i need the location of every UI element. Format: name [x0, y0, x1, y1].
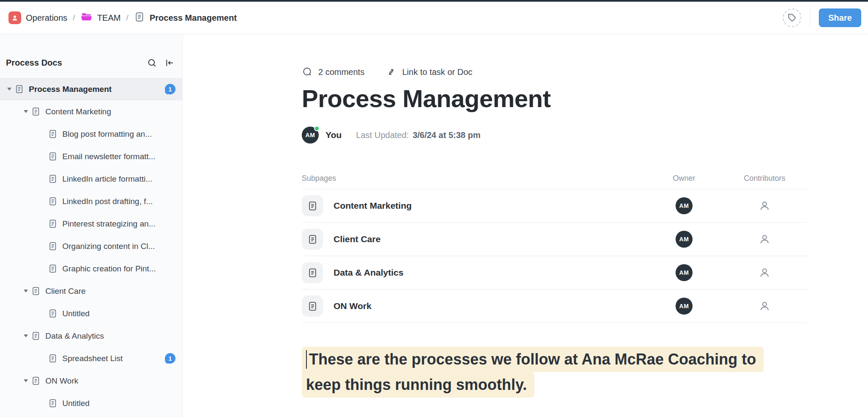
page-title[interactable]: Process Management: [302, 84, 807, 113]
doc-icon: [31, 331, 41, 341]
doc-icon: [48, 241, 58, 251]
doc-icon: [48, 196, 58, 206]
caret-down-icon[interactable]: [22, 110, 30, 113]
doc-icon: [48, 264, 58, 273]
sidebar-doc-item[interactable]: Graphic creation for Pint...: [0, 257, 182, 280]
doc-item-label: ON Work: [45, 376, 78, 386]
link-arrows-icon: [386, 66, 397, 77]
sidebar-doc-item[interactable]: Untitled: [0, 302, 182, 325]
doc-item-label: Untitled: [62, 309, 89, 318]
sidebar-doc-item[interactable]: Blog post formatting an...: [0, 123, 182, 145]
doc-actions: 2 comments Link to task or Doc: [302, 66, 807, 77]
sidebar-doc-item[interactable]: Process Management1: [0, 78, 182, 100]
column-header-owner: Owner: [646, 174, 722, 183]
doc-icon-chip: [302, 295, 323, 317]
doc-icon: [14, 84, 25, 94]
caret-down-icon[interactable]: [5, 88, 14, 91]
last-updated-value: 3/6/24 at 5:38 pm: [413, 130, 481, 140]
add-contributor-icon[interactable]: [722, 233, 807, 246]
doc-item-label: Process Management: [29, 85, 111, 94]
doc-icon: [31, 376, 41, 386]
doc-icon: [48, 353, 58, 363]
sidebar-doc-item[interactable]: Content Marketing: [0, 100, 182, 123]
sidebar-doc-item[interactable]: Organizing content in Cl...: [0, 235, 182, 257]
comments-count-label: 2 comments: [318, 67, 364, 77]
sidebar-doc-item[interactable]: ON Work: [0, 370, 182, 392]
doc-meta: AM You Last Updated: 3/6/24 at 5:38 pm: [302, 127, 807, 144]
doc-icon: [48, 219, 58, 229]
breadcrumb-item-operations[interactable]: Operations: [8, 11, 67, 24]
doc-icon: [48, 398, 58, 408]
subpage-name[interactable]: Content Marketing: [334, 201, 412, 211]
add-contributor-icon[interactable]: [722, 199, 807, 212]
sidebar-doc-item[interactable]: Email newsletter formatt...: [0, 145, 182, 168]
author-avatar[interactable]: AM: [302, 127, 319, 144]
caret-down-icon[interactable]: [22, 290, 30, 293]
subpage-row[interactable]: ON WorkAM: [302, 290, 807, 323]
doc-item-label: Pinterest strategizing an...: [62, 219, 156, 229]
sidebar-title: Process Docs: [6, 58, 147, 68]
sidebar-header: Process Docs: [0, 34, 182, 74]
sidebar-doc-item[interactable]: Client Care: [0, 280, 182, 302]
comment-count-badge[interactable]: 1: [165, 353, 175, 364]
caret-down-icon[interactable]: [22, 379, 30, 382]
add-contributor-icon[interactable]: [722, 266, 807, 279]
doc-icon: [31, 107, 41, 116]
doc-tree: Process Management1Content MarketingBlog…: [0, 78, 182, 414]
owner-avatar[interactable]: AM: [676, 231, 693, 248]
caret-down-icon[interactable]: [22, 334, 30, 337]
doc-icon: [48, 174, 58, 184]
sidebar-doc-item[interactable]: Pinterest strategizing an...: [0, 213, 182, 235]
doc-item-label: Data & Analytics: [45, 331, 104, 341]
collapse-sidebar-icon[interactable]: [164, 58, 175, 68]
online-status-dot: [314, 126, 320, 131]
doc-item-label: Spreadsheet List: [62, 354, 123, 363]
column-header-contributors: Contributors: [722, 174, 807, 183]
search-icon[interactable]: [147, 58, 157, 68]
doc-item-label: Untitled: [62, 399, 89, 408]
doc-icon-chip: [302, 229, 323, 250]
owner-avatar[interactable]: AM: [676, 197, 693, 214]
docs-sidebar: Process Docs Process Management1Content …: [0, 34, 183, 417]
breadcrumb-item-team[interactable]: TEAM: [81, 11, 121, 25]
owner-avatar[interactable]: AM: [676, 298, 693, 315]
breadcrumb: Operations / TEAM / Process Management: [8, 11, 237, 25]
subpage-name[interactable]: ON Work: [334, 301, 371, 311]
sidebar-doc-item[interactable]: Untitled: [0, 392, 182, 414]
doc-icon-chip: [302, 195, 323, 216]
doc-item-label: LinkedIn post drafting, f...: [62, 197, 153, 206]
text-cursor: [306, 350, 307, 369]
doc-icon: [48, 129, 58, 139]
link-to-task-button[interactable]: Link to task or Doc: [386, 66, 473, 77]
breadcrumb-separator: /: [73, 13, 75, 22]
subpages-table: Subpages Owner Contributors Content Mark…: [302, 168, 807, 323]
sidebar-doc-item[interactable]: LinkedIn article formatti...: [0, 168, 182, 190]
share-button[interactable]: Share: [819, 8, 861, 27]
subpages-table-header: Subpages Owner Contributors: [302, 168, 807, 189]
sidebar-doc-item[interactable]: Spreadsheet List1: [0, 347, 182, 370]
comment-count-badge[interactable]: 1: [165, 84, 175, 94]
tag-button[interactable]: [783, 8, 801, 27]
doc-main-panel: 2 comments Link to task or Doc Process M…: [183, 34, 868, 417]
sidebar-doc-item[interactable]: LinkedIn post drafting, f...: [0, 190, 182, 213]
breadcrumb-item-process-management[interactable]: Process Management: [134, 11, 237, 25]
sidebar-doc-item[interactable]: Data & Analytics: [0, 325, 182, 347]
subpage-row[interactable]: Data & AnalyticsAM: [302, 256, 807, 290]
subpage-name[interactable]: Data & Analytics: [334, 268, 403, 278]
doc-item-label: Client Care: [45, 287, 86, 296]
pink-folder-icon: [81, 11, 92, 25]
last-updated-label: Last Updated:: [356, 130, 409, 140]
subpage-row[interactable]: Client CareAM: [302, 223, 807, 256]
vertical-divider: [810, 9, 810, 26]
owner-avatar[interactable]: AM: [676, 264, 693, 281]
doc-item-label: Graphic creation for Pint...: [62, 264, 156, 273]
comments-button[interactable]: 2 comments: [302, 66, 364, 77]
breadcrumb-separator: /: [126, 13, 128, 22]
subpage-name[interactable]: Client Care: [334, 234, 381, 244]
add-contributor-icon[interactable]: [722, 300, 807, 312]
topbar: Operations / TEAM / Process Management S…: [0, 2, 868, 34]
comment-bubble-icon: [302, 66, 313, 77]
subpage-row[interactable]: Content MarketingAM: [302, 189, 807, 223]
doc-body-paragraph[interactable]: These are the processes we follow at Ana…: [302, 347, 807, 398]
doc-icon: [48, 152, 58, 161]
